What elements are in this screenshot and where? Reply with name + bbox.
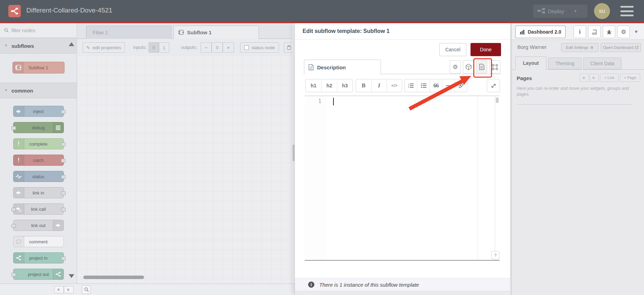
inputs-1-button[interactable]: 1 — [159, 42, 169, 53]
comment-icon — [14, 236, 24, 247]
md-hr-button[interactable]: — — [442, 79, 455, 92]
navigator-toggle-button[interactable] — [82, 285, 91, 294]
add-page-button[interactable]: + Page — [620, 73, 640, 82]
double-chevron-down-icon: » — [591, 76, 596, 79]
tab-flow-1[interactable]: Flow 1 — [86, 26, 171, 39]
node-port[interactable] — [61, 208, 66, 211]
palette-node-status[interactable]: status — [13, 171, 64, 182]
md-quote-button[interactable]: 66 — [430, 79, 442, 92]
help-tab-button[interactable] — [588, 26, 601, 38]
md-h1-button[interactable]: h1 — [306, 79, 321, 92]
edit-properties-button[interactable]: ✎ edit properties — [83, 42, 125, 53]
user-avatar[interactable]: su — [594, 3, 610, 19]
md-ordered-list-button[interactable]: 123 — [405, 79, 417, 92]
move-up-button[interactable]: « — [580, 73, 589, 82]
delete-subflow-button[interactable] — [284, 42, 292, 53]
help-button[interactable]: ? — [491, 251, 499, 259]
move-down-button[interactable]: » — [590, 73, 599, 82]
add-link-button[interactable]: + Link — [600, 73, 619, 82]
info-tab-button[interactable]: i — [574, 26, 586, 38]
sidebar-menu-caret-icon[interactable]: ▼ — [634, 29, 638, 34]
palette-node-link-in[interactable]: link in — [13, 187, 64, 198]
chevron-down-icon: ˅ — [5, 88, 7, 93]
palette-category-common[interactable]: ˅common — [0, 83, 77, 98]
palette-collapse-all-button[interactable]: « — [54, 286, 64, 293]
open-dashboard-button[interactable]: Open Dashboard — [601, 43, 641, 52]
subflow-toolbar: ✎ edit properties inputs: 0 1 outputs: −… — [77, 39, 292, 55]
config-tab-button[interactable]: ⚙ — [617, 26, 630, 38]
node-port[interactable] — [11, 224, 16, 228]
tray-title: Edit subflow template: Subflow 1 — [303, 28, 390, 34]
deploy-caret-icon[interactable]: ▼ — [569, 9, 577, 13]
scrollbar-thumb[interactable] — [496, 97, 499, 103]
debug-tab-button[interactable] — [603, 26, 615, 38]
tab-subflow-1[interactable]: Subflow 1 — [173, 26, 259, 39]
palette-node-complete[interactable]: complete! — [13, 138, 64, 149]
md-code-button[interactable]: </> — [387, 79, 402, 92]
tab-description[interactable]: Description — [304, 60, 381, 75]
inputs-0-button[interactable]: 0 — [149, 42, 159, 53]
node-port[interactable] — [11, 273, 16, 277]
node-port[interactable] — [11, 208, 16, 211]
node-port[interactable] — [61, 142, 66, 146]
pages-divider — [517, 104, 633, 105]
deploy-label: Deploy — [548, 8, 564, 14]
md-h3-button[interactable]: h3 — [337, 79, 353, 92]
status-node-checkbox[interactable]: status node — [240, 42, 279, 53]
splitter-grip[interactable] — [293, 145, 295, 161]
debug-icon — [53, 122, 63, 133]
bug-icon — [607, 29, 612, 35]
done-button[interactable]: Done — [471, 43, 501, 56]
palette-scroll-down-icon[interactable] — [69, 274, 74, 278]
pencil-icon: ✎ — [86, 45, 90, 50]
properties-button[interactable]: ⚙ — [450, 60, 461, 73]
editor-vertical-scrollbar[interactable] — [495, 96, 500, 260]
flow-canvas[interactable] — [77, 55, 292, 284]
palette-node-inject[interactable]: inject — [13, 106, 64, 117]
main-menu-icon[interactable] — [620, 6, 634, 16]
md-unordered-list-button[interactable] — [417, 79, 430, 92]
editor-expand-button[interactable] — [487, 79, 500, 92]
palette-node-debug[interactable]: debug — [13, 122, 64, 133]
md-link-button[interactable] — [455, 79, 467, 92]
description-editor[interactable]: 1 — [305, 96, 500, 261]
palette-filter[interactable]: filter nodes — [0, 23, 77, 38]
node-port[interactable] — [61, 257, 66, 260]
app-header: Different-Collared-Dove-4521 Deploy ▼ su — [0, 0, 644, 22]
palette-expand-all-button[interactable]: » — [64, 286, 74, 293]
outputs-plus-button[interactable]: + — [223, 42, 234, 53]
palette-node-project-in[interactable]: project in — [13, 252, 64, 263]
sidebar-splitter[interactable] — [292, 23, 295, 284]
node-port[interactable] — [11, 126, 16, 130]
palette-node-project-out[interactable]: project out — [13, 269, 64, 280]
canvas-horizontal-scrollbar[interactable] — [83, 276, 144, 279]
status-icon — [14, 171, 24, 182]
node-port[interactable] — [61, 191, 66, 195]
chevron-down-icon: ˅ — [5, 43, 7, 48]
tab-client-data[interactable]: Client Data — [583, 58, 621, 69]
md-bold-button[interactable]: B — [356, 79, 371, 92]
md-italic-button[interactable]: I — [371, 79, 387, 92]
palette-category-subflows[interactable]: ˅subflows — [0, 38, 77, 54]
gear-icon: ⚙ — [452, 63, 458, 71]
node-port[interactable] — [61, 159, 66, 163]
node-port[interactable] — [61, 110, 66, 114]
palette-node-link-out[interactable]: link out — [13, 220, 64, 231]
tab-theming[interactable]: Theming — [548, 58, 582, 69]
deploy-button[interactable]: Deploy ▼ — [533, 5, 587, 18]
palette-scroll-up-icon[interactable] — [69, 42, 74, 46]
palette-node-subflow-1[interactable]: Subflow 1 — [12, 62, 65, 73]
palette-node-comment[interactable]: comment — [13, 236, 64, 247]
tab-dashboard-2[interactable]: Dashboard 2.0 — [515, 26, 566, 38]
tray-footer-spacer — [295, 291, 510, 295]
module-properties-button[interactable] — [463, 60, 474, 73]
md-h2-button[interactable]: h2 — [321, 79, 337, 92]
outputs-minus-button[interactable]: − — [201, 42, 212, 53]
workspace-title: Different-Collared-Dove-4521 — [26, 7, 112, 14]
palette-node-catch[interactable]: catch! — [13, 155, 64, 166]
node-port[interactable] — [61, 175, 66, 179]
edit-settings-button[interactable]: Edit Settings ⚙ — [561, 43, 599, 52]
palette-node-link-call[interactable]: link call — [13, 203, 64, 215]
tab-layout[interactable]: Layout — [515, 57, 546, 70]
cancel-button[interactable]: Cancel — [439, 43, 466, 56]
